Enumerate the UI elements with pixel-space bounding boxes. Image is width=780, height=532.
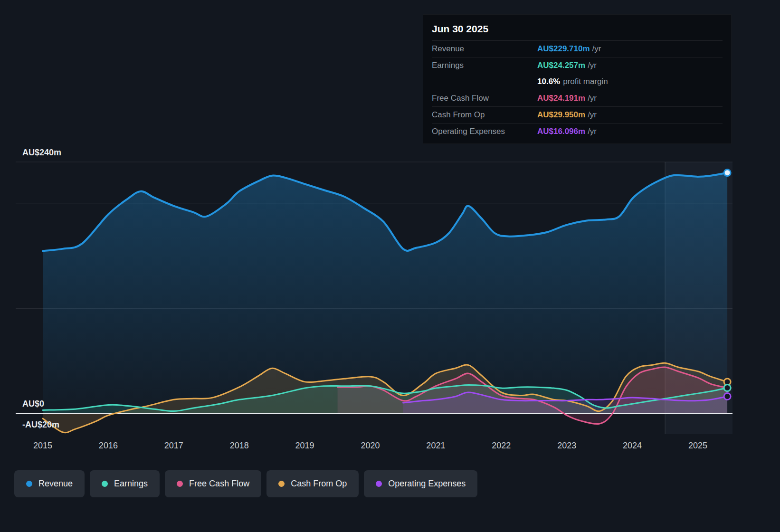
tooltip-cashop-suffix: /yr	[588, 110, 597, 120]
tooltip-panel: Jun 30 2025 Revenue AU$229.710m /yr Earn…	[423, 14, 732, 144]
operating-expenses-dot	[376, 481, 382, 487]
legend-item-cash-from-op[interactable]: Cash From Op	[266, 470, 359, 497]
tooltip-revenue-suffix: /yr	[592, 44, 601, 54]
tooltip-opex-value: AU$16.096m	[537, 127, 585, 136]
tooltip-fcf-value: AU$24.191m	[537, 94, 585, 103]
tooltip-earnings-suffix: /yr	[588, 61, 597, 70]
financials-chart-panel: AU$240mAU$0-AU$20m 201520162017201820192…	[0, 0, 780, 532]
revenue-dot	[26, 481, 32, 487]
legend-label: Cash From Op	[291, 479, 347, 489]
tooltip-cashop-label: Cash From Op	[432, 110, 537, 120]
profit-margin-value: 10.6%	[537, 77, 560, 86]
legend-label: Operating Expenses	[388, 479, 466, 489]
legend: RevenueEarningsFree Cash FlowCash From O…	[14, 470, 477, 497]
revenue-end-marker	[724, 170, 731, 176]
tooltip-earnings-value: AU$24.257m	[537, 61, 585, 70]
tooltip-cashop-value: AU$29.950m	[537, 110, 585, 120]
legend-item-free-cash-flow[interactable]: Free Cash Flow	[165, 470, 261, 497]
tooltip-row-profit-margin: 10.6% profit margin	[432, 74, 723, 90]
profit-margin-label: profit margin	[563, 77, 608, 86]
tooltip-earnings-label: Earnings	[432, 61, 537, 70]
tooltip-row-revenue: Revenue AU$229.710m /yr	[432, 40, 723, 57]
tooltip-row-free-cash-flow: Free Cash Flow AU$24.191m /yr	[432, 90, 723, 106]
tooltip-revenue-value: AU$229.710m	[537, 44, 590, 54]
legend-item-earnings[interactable]: Earnings	[90, 470, 160, 497]
tooltip-row-earnings: Earnings AU$24.257m /yr	[432, 57, 723, 74]
free-cash-flow-dot	[177, 481, 183, 487]
tooltip-revenue-label: Revenue	[432, 44, 537, 54]
legend-item-revenue[interactable]: Revenue	[14, 470, 85, 497]
tooltip-fcf-suffix: /yr	[588, 94, 597, 103]
operating-expenses-end-marker	[724, 393, 731, 400]
tooltip-row-cash-from-op: Cash From Op AU$29.950m /yr	[432, 106, 723, 123]
legend-label: Revenue	[38, 479, 73, 489]
legend-label: Earnings	[114, 479, 148, 489]
legend-item-operating-expenses[interactable]: Operating Expenses	[364, 470, 477, 497]
cash-from-op-dot	[278, 481, 285, 487]
tooltip-row-operating-expenses: Operating Expenses AU$16.096m /yr	[432, 123, 723, 140]
earnings-dot	[102, 481, 108, 487]
tooltip-date: Jun 30 2025	[432, 21, 723, 40]
tooltip-opex-label: Operating Expenses	[432, 127, 537, 136]
legend-label: Free Cash Flow	[189, 479, 249, 489]
tooltip-fcf-label: Free Cash Flow	[432, 94, 537, 103]
earnings-end-marker	[724, 385, 731, 391]
tooltip-opex-suffix: /yr	[588, 127, 597, 136]
